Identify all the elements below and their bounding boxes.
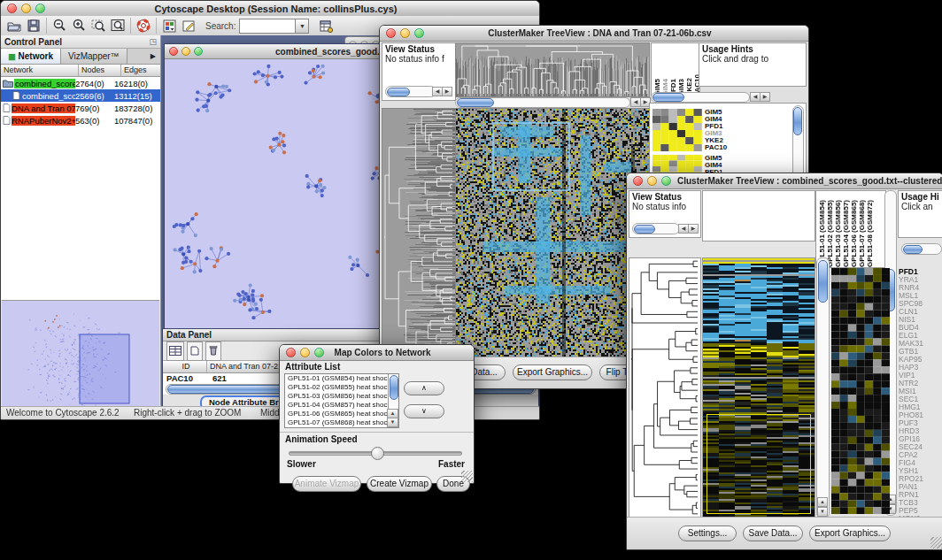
zoom-fit-icon[interactable] (108, 18, 127, 35)
column-label[interactable]: GPL51-08 (GSM872) (866, 200, 874, 267)
treeview-combined-content: View Status No status info ◀ ▶ GPL51-01 … (627, 188, 942, 549)
close-button[interactable] (633, 176, 643, 186)
treeview-combined-title-bar[interactable]: ClusterMaker TreeView : combined_scores_… (627, 173, 942, 189)
network-row-rnapubernov2[interactable]: RNAPuberNov2+ 563(0) 107847(0) (1, 114, 160, 127)
network-overview-panel[interactable] (2, 300, 159, 407)
zoom-button[interactable] (314, 348, 324, 357)
create-vizmap-button[interactable]: Create Vizmap (367, 476, 432, 492)
minimize-button[interactable] (181, 47, 190, 56)
scroll-down-button[interactable]: ▼ (817, 507, 828, 517)
vizmapper-icon[interactable] (159, 18, 179, 35)
minimize-button[interactable] (400, 28, 410, 38)
zoom-button[interactable] (414, 28, 424, 38)
minimize-button[interactable] (647, 176, 657, 186)
float-panel-icon[interactable]: ◳ (149, 37, 160, 46)
search-input[interactable] (239, 19, 296, 34)
tab-network[interactable]: ▦ Network (1, 49, 61, 64)
main-title-bar[interactable]: Cytoscape Desktop (Session Name: collins… (1, 1, 539, 17)
treeview-dna-title-bar[interactable]: ClusterMaker TreeView : DNA and Tran 07-… (380, 26, 808, 42)
slider-thumb[interactable] (371, 447, 384, 460)
scroll-up-button[interactable]: ▲ (817, 497, 828, 507)
zoom-selected-icon[interactable] (89, 18, 108, 35)
view-status-scrollbar[interactable] (632, 223, 680, 234)
column-header-network[interactable]: Network (1, 65, 79, 77)
column-label[interactable]: GPL51-04 (GSM857) (842, 200, 850, 267)
heatmap-vscrollbar[interactable] (816, 257, 830, 518)
usage-hints-scrollbar[interactable] (901, 243, 942, 255)
zoom-button[interactable] (35, 4, 45, 13)
column-dendrogram-canvas[interactable] (455, 42, 650, 97)
attribute-item[interactable]: GPL51-01 (GSM854) heat shock 05 min (286, 374, 388, 383)
row-label[interactable]: PAC10 (705, 144, 737, 151)
network-row-combined-scores[interactable]: combined_scores 2764(0) 16218(0) (1, 77, 160, 89)
zoom-heatmap-canvas[interactable] (652, 109, 702, 151)
animation-speed-slider[interactable] (289, 451, 462, 456)
scroll-right-button[interactable]: ▶ (760, 92, 770, 102)
row-dendrogram-canvas[interactable] (382, 108, 456, 357)
save-data-button[interactable]: Save Data... (743, 525, 803, 541)
view-status-scrollbar[interactable] (385, 86, 436, 97)
heatmap-hscrollbar[interactable] (455, 97, 630, 108)
resize-grip[interactable] (930, 537, 942, 548)
treeview-combined-button-bar: Settings... Save Data... Export Graphics… (627, 517, 942, 549)
table-grid-icon[interactable] (166, 341, 184, 361)
column-header-edges[interactable]: Edges (121, 65, 160, 77)
window-controls (280, 348, 330, 357)
zoom-in-icon[interactable] (69, 18, 89, 35)
column-label[interactable]: GPL51-02 (GSM855) (826, 200, 834, 267)
zoom-pane-hscrollbar[interactable] (651, 92, 750, 103)
close-button[interactable] (286, 348, 296, 357)
row-dendrogram-canvas[interactable] (629, 257, 701, 518)
view-status-panel: View Status No status info ◀ ▶ (629, 190, 701, 238)
column-header-id[interactable]: ID (163, 361, 207, 373)
data-table-icon[interactable] (316, 18, 336, 35)
heatmap-canvas[interactable] (455, 108, 650, 357)
export-graphics-button[interactable]: Export Graphics... (513, 364, 592, 380)
scroll-down-button[interactable]: ▼ (387, 418, 398, 427)
export-graphics-button[interactable]: Export Graphics... (809, 525, 891, 541)
zoom-button[interactable] (194, 47, 203, 56)
control-panel-tabs: ▦ Network VizMapper™ ▶ (1, 49, 160, 65)
close-button[interactable] (7, 4, 17, 13)
tab-overflow-arrow[interactable]: ▶ (146, 49, 160, 64)
column-label[interactable]: GPL51-07 (GSM868) (858, 200, 866, 267)
zoom-button[interactable] (661, 176, 671, 186)
minimize-button[interactable] (21, 4, 31, 13)
zoom-out-icon[interactable] (50, 18, 69, 35)
scroll-right-button[interactable]: ▶ (442, 87, 452, 96)
move-down-button[interactable]: ∨ (404, 404, 444, 418)
new-page-icon[interactable] (187, 341, 203, 361)
attribute-item[interactable]: GPL51-04 (GSM857) heat shock 20 min (286, 401, 388, 410)
network-overview-canvas[interactable] (2, 301, 159, 407)
scroll-right-button[interactable]: ▶ (688, 224, 699, 234)
open-folder-icon[interactable] (4, 18, 24, 35)
close-button[interactable] (169, 47, 178, 56)
attribute-item[interactable]: GPL51-03 (GSM856) heat shock 15 min (286, 392, 388, 401)
settings-button[interactable]: Settings... (678, 525, 737, 541)
trash-icon[interactable] (205, 341, 221, 361)
column-label[interactable]: GPL51-03 (GSM856) (834, 200, 842, 267)
usage-hints-panel: Usage Hints Click and drag to (699, 42, 807, 87)
column-dendrogram-area[interactable] (702, 190, 815, 242)
network-row-dna-tran[interactable]: DNA and Tran 07 769(0) 183728(0) (1, 102, 160, 114)
attribute-item[interactable]: GPL51-02 (GSM855) heat shock 10 min (286, 383, 388, 392)
dialog-title-bar[interactable]: Map Colors to Network (280, 345, 474, 361)
zoom-heatmap-canvas[interactable] (831, 268, 890, 514)
move-up-button[interactable]: ∧ (404, 381, 444, 395)
help-lifesaver-icon[interactable] (134, 18, 153, 35)
column-header-nodes[interactable]: Nodes (79, 65, 121, 77)
tab-vizmapper[interactable]: VizMapper™ (61, 49, 127, 64)
save-icon[interactable] (24, 18, 43, 35)
attribute-item[interactable]: GPL51-07 (GSM868) heat shock 60 min (286, 418, 388, 427)
column-label[interactable]: GPL51-06 (GSM865) (850, 200, 858, 267)
animate-vizmap-button[interactable]: Animate Vizmap (292, 476, 361, 492)
network-row-combined-scores-selected[interactable]: combined_sco 2569(6) 13112(15) (1, 89, 160, 102)
resize-grip[interactable] (461, 471, 473, 482)
search-dropdown-button[interactable]: ▼ (296, 19, 309, 34)
minimize-button[interactable] (300, 348, 310, 357)
attribute-item[interactable]: GPL51-06 (GSM865) heat shock 40 min (286, 410, 388, 418)
close-button[interactable] (386, 28, 396, 38)
attribute-list[interactable]: GPL51-01 (GSM854) heat shock 05 minGPL51… (284, 373, 399, 428)
heatmap-canvas[interactable] (702, 257, 815, 518)
annotation-icon[interactable] (179, 18, 198, 35)
